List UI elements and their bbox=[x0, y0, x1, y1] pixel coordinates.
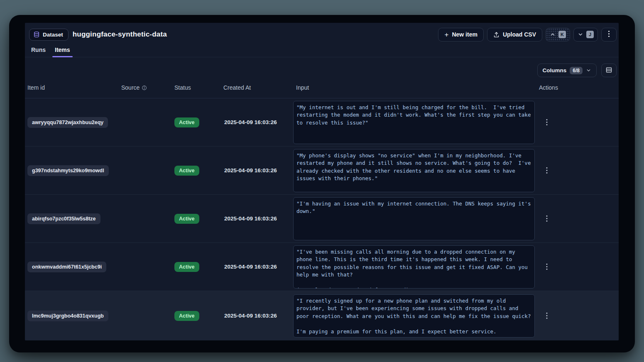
row-actions-button[interactable] bbox=[541, 310, 553, 322]
item-id-badge[interactable]: g397ndstahmyts29ko9mowdl bbox=[27, 165, 109, 176]
item-id-badge[interactable]: onkwmvaddmi67t61x5jcbc9i bbox=[27, 262, 106, 272]
column-header-source[interactable]: Source bbox=[121, 84, 174, 91]
table-row[interactable]: lmc9muj3grgbo4o831qvxugb Active 2025-04-… bbox=[25, 291, 619, 340]
database-icon bbox=[33, 31, 40, 38]
table-header-row: Item id Source Status Created At Input A… bbox=[25, 77, 619, 98]
dataset-badge-label: Dataset bbox=[43, 32, 63, 38]
table-row[interactable]: g397ndstahmyts29ko9mowdl Active 2025-04-… bbox=[25, 147, 619, 195]
chevron-down-icon bbox=[586, 68, 591, 73]
shortcut-key-k: K bbox=[558, 31, 566, 38]
chevron-down-icon bbox=[578, 32, 583, 37]
column-header-actions: Actions bbox=[535, 84, 619, 91]
row-height-button[interactable] bbox=[601, 64, 617, 77]
dataset-panel: Dataset huggingface-synthetic-data + New… bbox=[25, 23, 619, 340]
kebab-menu-icon bbox=[606, 30, 612, 39]
created-at: 2025-04-09 16:03:26 bbox=[223, 167, 293, 174]
row-height-icon bbox=[605, 66, 612, 75]
columns-label: Columns bbox=[543, 67, 567, 73]
item-id-badge[interactable]: abirqfso7pzc0f35lw5s8tze bbox=[27, 213, 100, 224]
status-badge: Active bbox=[174, 166, 199, 176]
row-actions-button[interactable] bbox=[541, 261, 553, 273]
column-header-status[interactable]: Status bbox=[174, 84, 223, 91]
table-row[interactable]: onkwmvaddmi67t61x5jcbc9i Active 2025-04-… bbox=[25, 243, 619, 291]
dataset-entity-badge: Dataset bbox=[29, 29, 69, 41]
header-more-actions-button[interactable] bbox=[601, 28, 617, 42]
status-badge: Active bbox=[174, 214, 199, 224]
created-at: 2025-04-09 16:03:26 bbox=[223, 264, 293, 270]
status-badge: Active bbox=[174, 311, 199, 321]
next-item-button[interactable]: J bbox=[573, 28, 598, 42]
item-id-badge[interactable]: lmc9muj3grgbo4o831qvxugb bbox=[27, 311, 108, 321]
table-toolbar: Columns 6/8 bbox=[25, 57, 619, 77]
status-badge: Active bbox=[174, 262, 199, 272]
columns-count-badge: 6/8 bbox=[570, 67, 583, 74]
status-badge: Active bbox=[174, 117, 199, 127]
tab-runs[interactable]: Runs bbox=[30, 43, 47, 57]
source-header-label: Source bbox=[121, 84, 140, 91]
column-header-input[interactable]: Input bbox=[293, 84, 535, 91]
input-preview[interactable]: "I've been missing calls all morning due… bbox=[293, 245, 535, 289]
input-preview[interactable]: "I'm having an issue with my internet co… bbox=[293, 197, 535, 240]
table-row[interactable]: abirqfso7pzc0f35lw5s8tze Active 2025-04-… bbox=[25, 195, 619, 243]
item-id-badge[interactable]: awryyqqu7872wjaxhbuu2eqy bbox=[27, 117, 108, 128]
columns-dropdown-button[interactable]: Columns 6/8 bbox=[537, 64, 597, 77]
new-item-button[interactable]: + New item bbox=[438, 28, 483, 42]
page-title: huggingface-synthetic-data bbox=[73, 30, 167, 39]
input-preview[interactable]: "My internet is out and I'm still being … bbox=[293, 101, 535, 144]
upload-icon bbox=[493, 32, 500, 38]
input-preview[interactable]: "My phone's display shows "no service" w… bbox=[293, 149, 535, 192]
table-body: awryyqqu7872wjaxhbuu2eqy Active 2025-04-… bbox=[25, 98, 619, 340]
row-actions-button[interactable] bbox=[541, 213, 553, 225]
table-row[interactable]: awryyqqu7872wjaxhbuu2eqy Active 2025-04-… bbox=[25, 98, 619, 147]
upload-csv-button[interactable]: Upload CSV bbox=[487, 28, 542, 42]
column-header-item-id[interactable]: Item id bbox=[27, 84, 121, 91]
created-at: 2025-04-09 16:03:26 bbox=[223, 215, 293, 222]
created-at: 2025-04-09 16:03:26 bbox=[223, 119, 293, 125]
row-actions-button[interactable] bbox=[541, 164, 553, 177]
app-window: Dataset huggingface-synthetic-data + New… bbox=[9, 15, 635, 352]
previous-item-button[interactable]: K bbox=[546, 28, 570, 42]
tab-items[interactable]: Items bbox=[54, 43, 71, 57]
column-header-created-at[interactable]: Created At bbox=[223, 84, 293, 91]
shortcut-key-j: J bbox=[586, 31, 594, 38]
page-header: Dataset huggingface-synthetic-data + New… bbox=[25, 23, 619, 42]
chevron-up-icon bbox=[550, 32, 556, 37]
input-preview[interactable]: "I recently signed up for a new phone pl… bbox=[293, 294, 535, 338]
new-item-label: New item bbox=[452, 31, 477, 38]
row-actions-button[interactable] bbox=[541, 116, 553, 129]
upload-csv-label: Upload CSV bbox=[503, 31, 536, 38]
created-at: 2025-04-09 16:03:26 bbox=[223, 313, 293, 319]
info-icon bbox=[142, 85, 147, 90]
plus-icon: + bbox=[444, 31, 448, 38]
tab-bar: Runs Items bbox=[25, 43, 619, 57]
